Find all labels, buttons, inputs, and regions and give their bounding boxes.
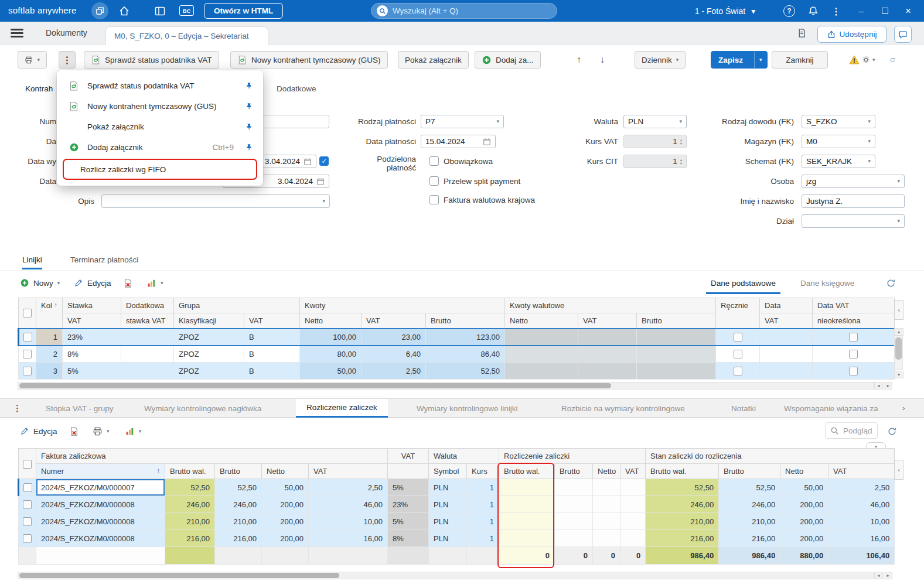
tab-terminarz-platnosci[interactable]: Terminarz płatności bbox=[70, 255, 138, 264]
col-header-vat-pct[interactable] bbox=[388, 464, 429, 479]
data-wystawienia-checkbox[interactable]: ✓ bbox=[319, 156, 329, 166]
select-all-checkbox[interactable] bbox=[23, 309, 32, 317]
col-header-f-vat[interactable]: VAT bbox=[309, 464, 388, 479]
window-minimize-button[interactable]: – bbox=[851, 0, 872, 22]
col-header-kwoty-walutowe[interactable]: Kwoty walutowe bbox=[505, 298, 716, 313]
col-header-stawka[interactable]: Stawka bbox=[63, 298, 121, 313]
form-tab-dodatkowe[interactable]: Dodatkowe bbox=[277, 84, 316, 93]
form-tab-kontrahent[interactable]: Kontrah bbox=[25, 84, 53, 93]
menu-item-rozlicz-zaliczki-fifo[interactable]: Rozlicz zaliczki wg FIFO bbox=[63, 159, 257, 180]
col-header-r-netto[interactable]: Netto bbox=[593, 464, 620, 479]
tab-dokumenty[interactable]: Dokumenty bbox=[46, 28, 87, 37]
menu-item-check-vat[interactable]: Sprawdź status podatnika VAT bbox=[57, 76, 263, 96]
table-row[interactable]: 2 8% ZPOZ B 80,00 6,40 86,40 bbox=[19, 346, 895, 363]
row-checkbox[interactable] bbox=[23, 500, 32, 509]
col-header-stawka-vat[interactable]: VAT bbox=[63, 313, 121, 329]
recznie-checkbox[interactable] bbox=[734, 367, 742, 375]
zaliczki-edit-button[interactable]: Edycja bbox=[15, 422, 62, 440]
col-header-s-netto[interactable]: Netto bbox=[780, 464, 828, 479]
share-button[interactable]: Udostępnij bbox=[817, 26, 887, 43]
linijki-new-button[interactable]: Nowy▾ bbox=[15, 274, 64, 292]
page-layout-button[interactable] bbox=[797, 28, 807, 38]
table-row[interactable]: 2024/S_FZKOZ/M0/000008 216,00 216,00 200… bbox=[19, 530, 895, 547]
scroll-left-button[interactable]: ◂ bbox=[874, 572, 883, 579]
new-temp-contractor-button[interactable]: Nowy kontrahent tymczasowy (GUS) bbox=[230, 51, 388, 69]
linijki-chart-button[interactable]: ▾ bbox=[142, 274, 168, 292]
col-header-r-brutto[interactable]: Brutto bbox=[555, 464, 593, 479]
more-options-button[interactable]: ⋮ bbox=[830, 5, 843, 18]
col-header-dodatkowa[interactable]: Dodatkowa bbox=[121, 298, 174, 313]
warnings-settings-button[interactable]: ▾ bbox=[842, 51, 882, 69]
col-header-s-brutto-wal[interactable]: Brutto wal. bbox=[646, 464, 719, 479]
recznie-checkbox[interactable] bbox=[734, 350, 742, 358]
osoba-select[interactable]: jzg▾ bbox=[802, 175, 905, 188]
collapse-columns-button[interactable]: ‹ bbox=[894, 460, 903, 480]
table-row[interactable]: 3 5% ZPOZ B 50,00 2,50 52,50 bbox=[19, 363, 895, 380]
workspace-switcher-button[interactable] bbox=[91, 2, 108, 19]
checkbox-faktura-walutowa[interactable] bbox=[429, 195, 439, 204]
col-header-data[interactable]: Data bbox=[760, 298, 813, 313]
nieokreslona-checkbox[interactable] bbox=[849, 367, 858, 375]
tabs-scroll-right-button[interactable]: › bbox=[902, 404, 905, 412]
col-header-brutto[interactable]: Brutto bbox=[426, 313, 505, 329]
journal-dropdown[interactable]: Dziennik▾ bbox=[635, 51, 686, 69]
chat-button[interactable] bbox=[894, 26, 912, 43]
tab-notatki[interactable]: Notatki bbox=[721, 399, 766, 418]
col-header-w-vat[interactable]: VAT bbox=[578, 313, 637, 329]
col-header-kurs[interactable]: Kurs bbox=[467, 464, 499, 479]
row-checkbox[interactable] bbox=[23, 517, 32, 526]
rodzaj-dowodu-select[interactable]: S_FZKO▾ bbox=[802, 115, 875, 128]
check-vat-status-button[interactable]: Sprawdź status podatnika VAT bbox=[84, 51, 219, 69]
print-button[interactable]: ▾ bbox=[18, 51, 47, 69]
scroll-right-button[interactable]: ▸ bbox=[884, 572, 892, 579]
calendar-icon[interactable] bbox=[304, 158, 312, 166]
row-checkbox[interactable] bbox=[23, 534, 32, 543]
view-dane-podstawowe[interactable]: Dane podstawowe bbox=[706, 274, 780, 294]
col-header-symbol[interactable]: Symbol bbox=[429, 464, 467, 479]
linijki-edit-button[interactable]: Edycja bbox=[69, 274, 116, 292]
col-header-s-vat[interactable]: VAT bbox=[828, 464, 895, 479]
add-attachment-button[interactable]: Dodaj za... bbox=[475, 51, 541, 69]
calendar-icon[interactable] bbox=[483, 138, 491, 146]
save-options-button[interactable]: ▾ bbox=[754, 52, 767, 68]
rodzaj-platnosci-select[interactable]: P7▾ bbox=[421, 115, 504, 128]
tab-wymiary-linijki[interactable]: Wymiary kontrolingowe linijki bbox=[406, 399, 528, 418]
col-header-numer[interactable]: Numer↑ bbox=[36, 464, 165, 479]
row-checkbox[interactable] bbox=[23, 483, 32, 492]
linijki-refresh-button[interactable] bbox=[881, 274, 901, 292]
col-header-f-netto[interactable]: Netto bbox=[262, 464, 309, 479]
col-header-w-netto[interactable]: Netto bbox=[505, 313, 578, 329]
waluta-select[interactable]: PLN▾ bbox=[623, 115, 687, 128]
pin-icon[interactable] bbox=[244, 123, 254, 131]
table-row[interactable]: 2024/S_FZKOZ/M0/000007 52,50 52,50 50,00… bbox=[19, 479, 895, 496]
col-header-recznie[interactable]: Ręcznie bbox=[716, 298, 760, 329]
col-header-kwoty[interactable]: Kwoty bbox=[300, 298, 505, 313]
opis-field[interactable]: ▾ bbox=[101, 194, 330, 208]
pin-icon[interactable] bbox=[244, 144, 254, 152]
scroll-left-button[interactable]: ◂ bbox=[874, 382, 883, 390]
col-header-s-brutto[interactable]: Brutto bbox=[719, 464, 780, 479]
col-header-netto[interactable]: Netto bbox=[300, 313, 362, 329]
search-input[interactable] bbox=[393, 6, 551, 15]
schemat-select[interactable]: SEK_KRAJK▾ bbox=[802, 155, 875, 168]
global-search[interactable] bbox=[371, 3, 557, 19]
col-header-r-brutto-wal[interactable]: Brutto wal. bbox=[499, 464, 555, 479]
toolbar-kebab-button[interactable]: ⋮ bbox=[59, 51, 76, 69]
zaliczki-delete-button[interactable] bbox=[64, 422, 84, 440]
data-platnosci-field[interactable]: 15.04.2024 bbox=[421, 135, 496, 148]
main-menu-button[interactable] bbox=[11, 29, 23, 37]
linijki-delete-button[interactable] bbox=[118, 274, 138, 292]
magazyn-select[interactable]: M0▾ bbox=[802, 135, 875, 148]
scroll-up-button[interactable]: ▴ bbox=[894, 328, 903, 336]
pin-icon[interactable] bbox=[244, 82, 254, 90]
save-button[interactable]: Zapisz bbox=[711, 56, 750, 64]
menu-item-new-contractor[interactable]: Nowy kontrahent tymczasowy (GUS) bbox=[57, 96, 263, 117]
tab-wspomaganie[interactable]: Wspomaganie wiązania za bbox=[773, 399, 889, 418]
recznie-checkbox[interactable] bbox=[734, 333, 742, 341]
checkbox-przelew-split[interactable] bbox=[429, 176, 439, 186]
save-split-button[interactable]: Zapisz ▾ bbox=[711, 51, 768, 69]
menu-item-show-attachment[interactable]: Pokaż załącznik bbox=[57, 117, 263, 137]
col-header-f-brutto-wal[interactable]: Brutto wal. bbox=[165, 464, 215, 479]
close-document-button[interactable]: Zamknij bbox=[772, 51, 828, 69]
menu-item-add-attachment[interactable]: Dodaj załącznik Ctrl+9 bbox=[57, 137, 263, 158]
